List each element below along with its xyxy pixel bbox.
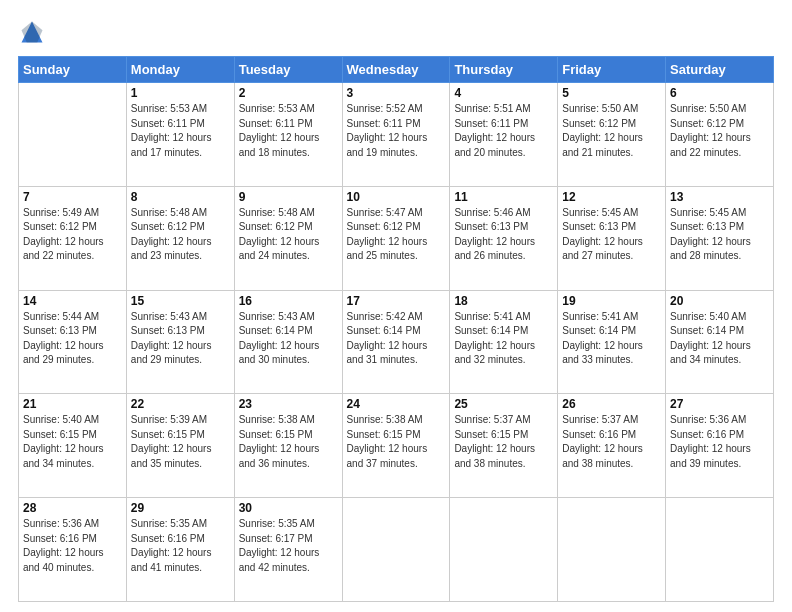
day-info: Sunrise: 5:43 AM Sunset: 6:14 PM Dayligh…: [239, 310, 338, 368]
calendar-cell: [450, 498, 558, 602]
calendar-cell: [19, 83, 127, 187]
day-info: Sunrise: 5:35 AM Sunset: 6:16 PM Dayligh…: [131, 517, 230, 575]
day-number: 8: [131, 190, 230, 204]
day-info: Sunrise: 5:50 AM Sunset: 6:12 PM Dayligh…: [562, 102, 661, 160]
day-number: 21: [23, 397, 122, 411]
day-number: 7: [23, 190, 122, 204]
logo: [18, 18, 50, 46]
day-number: 20: [670, 294, 769, 308]
calendar-cell: 23Sunrise: 5:38 AM Sunset: 6:15 PM Dayli…: [234, 394, 342, 498]
page: SundayMondayTuesdayWednesdayThursdayFrid…: [0, 0, 792, 612]
calendar-cell: 27Sunrise: 5:36 AM Sunset: 6:16 PM Dayli…: [666, 394, 774, 498]
day-number: 3: [347, 86, 446, 100]
day-number: 19: [562, 294, 661, 308]
day-number: 5: [562, 86, 661, 100]
calendar-cell: 22Sunrise: 5:39 AM Sunset: 6:15 PM Dayli…: [126, 394, 234, 498]
calendar-cell: [558, 498, 666, 602]
calendar-cell: [342, 498, 450, 602]
calendar-day-header: Wednesday: [342, 57, 450, 83]
day-info: Sunrise: 5:41 AM Sunset: 6:14 PM Dayligh…: [454, 310, 553, 368]
calendar-day-header: Friday: [558, 57, 666, 83]
calendar-cell: 4Sunrise: 5:51 AM Sunset: 6:11 PM Daylig…: [450, 83, 558, 187]
day-info: Sunrise: 5:39 AM Sunset: 6:15 PM Dayligh…: [131, 413, 230, 471]
day-info: Sunrise: 5:45 AM Sunset: 6:13 PM Dayligh…: [562, 206, 661, 264]
day-number: 18: [454, 294, 553, 308]
day-number: 27: [670, 397, 769, 411]
calendar-cell: 7Sunrise: 5:49 AM Sunset: 6:12 PM Daylig…: [19, 186, 127, 290]
calendar-cell: 17Sunrise: 5:42 AM Sunset: 6:14 PM Dayli…: [342, 290, 450, 394]
day-info: Sunrise: 5:53 AM Sunset: 6:11 PM Dayligh…: [239, 102, 338, 160]
calendar-cell: 3Sunrise: 5:52 AM Sunset: 6:11 PM Daylig…: [342, 83, 450, 187]
day-number: 28: [23, 501, 122, 515]
day-number: 13: [670, 190, 769, 204]
day-info: Sunrise: 5:48 AM Sunset: 6:12 PM Dayligh…: [239, 206, 338, 264]
calendar-cell: 15Sunrise: 5:43 AM Sunset: 6:13 PM Dayli…: [126, 290, 234, 394]
day-number: 16: [239, 294, 338, 308]
calendar-cell: 2Sunrise: 5:53 AM Sunset: 6:11 PM Daylig…: [234, 83, 342, 187]
calendar-week-row: 7Sunrise: 5:49 AM Sunset: 6:12 PM Daylig…: [19, 186, 774, 290]
day-info: Sunrise: 5:51 AM Sunset: 6:11 PM Dayligh…: [454, 102, 553, 160]
day-info: Sunrise: 5:50 AM Sunset: 6:12 PM Dayligh…: [670, 102, 769, 160]
calendar-cell: [666, 498, 774, 602]
day-info: Sunrise: 5:36 AM Sunset: 6:16 PM Dayligh…: [23, 517, 122, 575]
calendar-cell: 16Sunrise: 5:43 AM Sunset: 6:14 PM Dayli…: [234, 290, 342, 394]
calendar-cell: 25Sunrise: 5:37 AM Sunset: 6:15 PM Dayli…: [450, 394, 558, 498]
day-number: 12: [562, 190, 661, 204]
calendar-cell: 21Sunrise: 5:40 AM Sunset: 6:15 PM Dayli…: [19, 394, 127, 498]
day-info: Sunrise: 5:52 AM Sunset: 6:11 PM Dayligh…: [347, 102, 446, 160]
day-info: Sunrise: 5:38 AM Sunset: 6:15 PM Dayligh…: [239, 413, 338, 471]
calendar-cell: 30Sunrise: 5:35 AM Sunset: 6:17 PM Dayli…: [234, 498, 342, 602]
calendar-week-row: 21Sunrise: 5:40 AM Sunset: 6:15 PM Dayli…: [19, 394, 774, 498]
calendar-week-row: 1Sunrise: 5:53 AM Sunset: 6:11 PM Daylig…: [19, 83, 774, 187]
calendar-cell: 20Sunrise: 5:40 AM Sunset: 6:14 PM Dayli…: [666, 290, 774, 394]
day-number: 26: [562, 397, 661, 411]
day-info: Sunrise: 5:48 AM Sunset: 6:12 PM Dayligh…: [131, 206, 230, 264]
calendar-cell: 6Sunrise: 5:50 AM Sunset: 6:12 PM Daylig…: [666, 83, 774, 187]
calendar-cell: 10Sunrise: 5:47 AM Sunset: 6:12 PM Dayli…: [342, 186, 450, 290]
day-number: 10: [347, 190, 446, 204]
day-number: 25: [454, 397, 553, 411]
calendar-day-header: Monday: [126, 57, 234, 83]
calendar-cell: 11Sunrise: 5:46 AM Sunset: 6:13 PM Dayli…: [450, 186, 558, 290]
calendar-cell: 24Sunrise: 5:38 AM Sunset: 6:15 PM Dayli…: [342, 394, 450, 498]
calendar-cell: 5Sunrise: 5:50 AM Sunset: 6:12 PM Daylig…: [558, 83, 666, 187]
day-number: 15: [131, 294, 230, 308]
calendar-day-header: Sunday: [19, 57, 127, 83]
day-info: Sunrise: 5:46 AM Sunset: 6:13 PM Dayligh…: [454, 206, 553, 264]
calendar-week-row: 14Sunrise: 5:44 AM Sunset: 6:13 PM Dayli…: [19, 290, 774, 394]
day-info: Sunrise: 5:38 AM Sunset: 6:15 PM Dayligh…: [347, 413, 446, 471]
calendar-week-row: 28Sunrise: 5:36 AM Sunset: 6:16 PM Dayli…: [19, 498, 774, 602]
calendar-day-header: Thursday: [450, 57, 558, 83]
day-info: Sunrise: 5:49 AM Sunset: 6:12 PM Dayligh…: [23, 206, 122, 264]
day-info: Sunrise: 5:43 AM Sunset: 6:13 PM Dayligh…: [131, 310, 230, 368]
calendar-header-row: SundayMondayTuesdayWednesdayThursdayFrid…: [19, 57, 774, 83]
day-info: Sunrise: 5:53 AM Sunset: 6:11 PM Dayligh…: [131, 102, 230, 160]
calendar-cell: 14Sunrise: 5:44 AM Sunset: 6:13 PM Dayli…: [19, 290, 127, 394]
calendar-cell: 26Sunrise: 5:37 AM Sunset: 6:16 PM Dayli…: [558, 394, 666, 498]
day-info: Sunrise: 5:37 AM Sunset: 6:15 PM Dayligh…: [454, 413, 553, 471]
day-number: 9: [239, 190, 338, 204]
calendar-cell: 1Sunrise: 5:53 AM Sunset: 6:11 PM Daylig…: [126, 83, 234, 187]
day-info: Sunrise: 5:45 AM Sunset: 6:13 PM Dayligh…: [670, 206, 769, 264]
day-info: Sunrise: 5:47 AM Sunset: 6:12 PM Dayligh…: [347, 206, 446, 264]
calendar-cell: 19Sunrise: 5:41 AM Sunset: 6:14 PM Dayli…: [558, 290, 666, 394]
day-info: Sunrise: 5:40 AM Sunset: 6:15 PM Dayligh…: [23, 413, 122, 471]
calendar-day-header: Saturday: [666, 57, 774, 83]
day-number: 11: [454, 190, 553, 204]
calendar-cell: 8Sunrise: 5:48 AM Sunset: 6:12 PM Daylig…: [126, 186, 234, 290]
day-number: 30: [239, 501, 338, 515]
calendar-cell: 9Sunrise: 5:48 AM Sunset: 6:12 PM Daylig…: [234, 186, 342, 290]
day-number: 6: [670, 86, 769, 100]
day-info: Sunrise: 5:42 AM Sunset: 6:14 PM Dayligh…: [347, 310, 446, 368]
day-number: 14: [23, 294, 122, 308]
day-number: 2: [239, 86, 338, 100]
day-number: 22: [131, 397, 230, 411]
calendar-cell: 29Sunrise: 5:35 AM Sunset: 6:16 PM Dayli…: [126, 498, 234, 602]
day-info: Sunrise: 5:41 AM Sunset: 6:14 PM Dayligh…: [562, 310, 661, 368]
calendar-day-header: Tuesday: [234, 57, 342, 83]
calendar-cell: 28Sunrise: 5:36 AM Sunset: 6:16 PM Dayli…: [19, 498, 127, 602]
day-number: 23: [239, 397, 338, 411]
day-info: Sunrise: 5:37 AM Sunset: 6:16 PM Dayligh…: [562, 413, 661, 471]
calendar-cell: 13Sunrise: 5:45 AM Sunset: 6:13 PM Dayli…: [666, 186, 774, 290]
day-number: 4: [454, 86, 553, 100]
